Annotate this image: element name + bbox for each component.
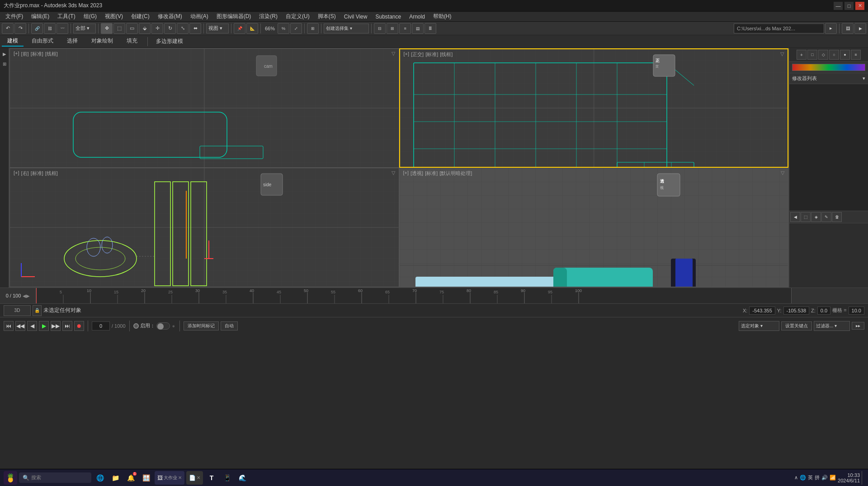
tray-volume[interactable]: 🔊 [821,475,828,481]
vp2-mode[interactable]: [线框] [440,51,453,58]
clock[interactable]: 10:33 2024/6/11 [838,472,860,483]
maximize-button[interactable]: □ [844,2,854,10]
array-btn[interactable]: ⊞ [387,23,398,34]
path-expand[interactable]: ▸ [825,23,837,34]
start-icon[interactable]: 🍍 [4,471,17,485]
rp-mesh-btn[interactable]: ◇ [818,50,828,60]
vp2-view[interactable]: [正交] [411,51,424,58]
3d-snap-icon[interactable]: 3D [4,305,31,316]
tab-selection[interactable]: 选择 [61,36,83,47]
vp3-view[interactable]: [右] [21,170,29,177]
bind-warp-button[interactable]: 〰 [57,23,68,34]
vp2-plus[interactable]: [+] [404,51,410,58]
explorer-icon[interactable]: 📁 [108,471,122,485]
menu-help[interactable]: 帮助(H) [429,12,455,21]
left-panel-grid[interactable]: ⊞ [0,60,9,68]
select-region-button[interactable]: ⬚ [113,23,125,34]
vp1-mode[interactable]: [线框] [45,51,58,57]
align-button[interactable]: ⊞ [307,23,319,34]
vp1-plus[interactable]: [+] [14,51,19,57]
close-app2[interactable]: ✕ [197,475,200,480]
vp1-filter[interactable]: ▽ [392,51,395,57]
search-bar[interactable]: 🔍 搜索 [19,472,91,483]
rp-tab-trash[interactable]: 🗑 [832,212,842,222]
record-key[interactable]: ⏺ [74,321,84,331]
modifier-dropdown-arrow[interactable]: ▾ [863,75,865,81]
auto-btn[interactable]: 自动 [221,321,238,330]
rotate-button[interactable]: ↻ [164,23,176,34]
more-btn[interactable]: ▸▸ [852,322,864,330]
close-button[interactable]: ✕ [855,2,864,10]
filter-dropdown[interactable]: 全部 ▾ [73,24,96,33]
viewport-perspective[interactable]: [+] [透视] [标准] [默认明暗处理] ▽ [399,168,789,287]
frame-input[interactable] [92,321,110,330]
menu-tools[interactable]: 工具(T) [54,12,79,21]
rp-tab-pencil[interactable]: ✎ [821,212,831,222]
store-icon[interactable]: 🪟 [139,471,153,485]
tray-network[interactable]: 🌐 [800,475,806,481]
minimize-button[interactable]: — [834,2,843,10]
render-frame[interactable]: 🖼 [842,23,854,34]
menu-arnold[interactable]: Arnold [406,13,429,21]
show-desktop[interactable] [862,471,864,485]
tray-arrow[interactable]: ∧ [794,475,798,481]
prev-frame[interactable]: ◀◀ [15,321,25,331]
tab-populate[interactable]: 填充 [121,36,143,47]
percent-snap[interactable]: % [278,23,289,34]
add-time-mark-btn[interactable]: 添加时间标记 [184,321,219,330]
menu-substance[interactable]: Substance [372,13,405,21]
y-value[interactable]: -105.538 [783,307,809,315]
taskbar-app2[interactable]: 📄 ✕ [186,471,203,485]
vp3-plus[interactable]: [+] [14,170,19,177]
menu-edit[interactable]: 编辑(E) [28,12,53,21]
phone-icon[interactable]: 📱 [220,471,234,485]
vp3-mode[interactable]: [线框] [45,170,58,177]
menu-create[interactable]: 创建(C) [127,12,153,21]
menu-modifier[interactable]: 修改器(M) [154,12,186,21]
next-frame[interactable]: ▶▶ [51,321,61,331]
menu-script[interactable]: 脚本(S) [314,12,340,21]
vp4-plus[interactable]: [+] [403,170,409,177]
viewport-front[interactable]: [+] [前] [标准] [线框] ▽ [9,48,399,168]
taskbar-app1[interactable]: 🖼 大作业 ✕ [155,471,184,485]
lasso-button[interactable]: ⬙ [139,23,151,34]
vp2-standard[interactable]: [标准] [425,51,438,58]
modifier-list-section[interactable]: 修改器列表 ▾ [789,73,868,84]
go-to-end[interactable]: ⏭ [62,321,72,331]
rp-circle-btn[interactable]: ○ [829,50,839,60]
vp4-view[interactable]: [透视] [410,170,423,177]
snap-toggle[interactable]: 📌 [234,23,245,34]
edge-icon[interactable]: 🌊 [236,471,249,485]
rp-lines-btn[interactable]: ≡ [851,50,861,60]
lock-icon[interactable]: 🔒 [33,305,42,316]
vp3-standard[interactable]: [标准] [31,170,43,177]
tab-modeling[interactable]: 建模 [2,36,24,47]
rp-shape-btn[interactable]: □ [807,50,817,60]
undo-button[interactable]: ↶ [2,23,14,34]
tab-freeform[interactable]: 自由形式 [26,36,59,47]
layer-btn[interactable]: ▤ [412,23,424,34]
rp-dot-btn[interactable]: ● [840,50,850,60]
menu-file[interactable]: 文件(F) [2,12,27,21]
vp3-filter[interactable]: ▽ [392,170,395,176]
close-app1[interactable]: ✕ [178,475,182,480]
move-button[interactable]: ✛ [151,23,163,34]
color-swatch[interactable] [792,64,865,71]
vp4-filter[interactable]: ▽ [781,170,784,176]
go-to-start[interactable]: ⏮ [4,321,14,331]
play-forward[interactable]: ▶ [39,321,49,331]
menu-render[interactable]: 渲染(R) [255,12,281,21]
vp4-standard[interactable]: [标准] [425,170,438,177]
tray-wifi[interactable]: 📶 [830,475,836,481]
z-value[interactable]: 0.0 [817,307,830,315]
vp4-mode[interactable]: [默认明暗处理] [439,170,472,177]
render-all[interactable]: ▶ [854,23,866,34]
select-dropdown[interactable]: 选定对象 ▾ [739,321,779,331]
left-panel-arrow[interactable]: ▶ [0,50,9,58]
mirror-btn2[interactable]: ⊟ [374,23,386,34]
tray-lang1[interactable]: 英 [808,474,813,481]
menu-group[interactable]: 组(G) [80,12,100,21]
timeline-frame-box[interactable]: 0 / 100 ◀▶ [0,288,36,303]
timeline-track[interactable]: 5 10 15 20 25 30 35 40 45 50 55 60 65 70… [36,288,791,303]
view-dropdown[interactable]: 视图 ▾ [206,24,229,33]
